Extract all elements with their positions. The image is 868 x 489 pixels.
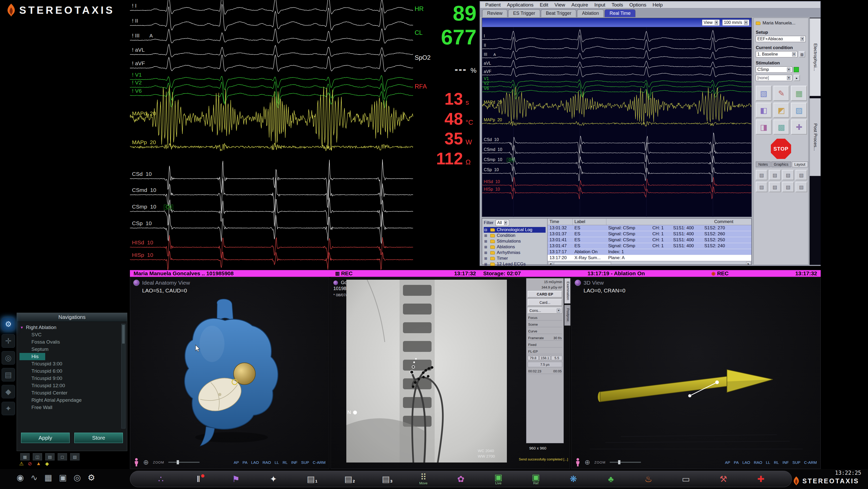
chevron-down-icon[interactable]: ▾ <box>504 221 508 225</box>
nav-root-item[interactable]: ▼Right Ablation <box>20 324 119 331</box>
snapshot-icon[interactable]: ✦ <box>266 475 280 483</box>
side-tab-notes[interactable]: Notes <box>756 162 771 167</box>
orient-pa[interactable]: PA <box>243 460 248 465</box>
xray-vtab-examination[interactable]: Examination <box>564 278 570 303</box>
patient-icon[interactable]: ∴ <box>154 475 168 483</box>
settings-icon[interactable]: ⚙ <box>88 472 95 483</box>
side-tool-7[interactable]: ◨ <box>756 120 772 134</box>
orient-carm[interactable]: C-ARM <box>313 460 326 465</box>
nav-quick-icon-2[interactable]: ◫ <box>33 453 42 460</box>
xray-card-button[interactable]: Card... <box>528 299 562 306</box>
log-row[interactable]: 13:01:47ESSignal: CSmpCH: 1S1S1: 400S1S2… <box>548 243 751 249</box>
condition-edit-button[interactable]: ▨ <box>799 51 805 57</box>
menu-help[interactable]: Help <box>650 2 666 8</box>
move-icon[interactable]: ⠿Move <box>416 473 431 485</box>
stimulation-start-button[interactable]: ▸ <box>794 75 800 81</box>
log-row[interactable]: 13:17:17Ablation OnIndex: 1 <box>548 249 751 255</box>
select-icon[interactable]: ✛ <box>2 334 15 348</box>
patient-body-icon[interactable] <box>134 458 139 467</box>
side-tool-3[interactable]: ▦ <box>791 86 807 101</box>
orient-inf[interactable]: INF <box>782 460 789 465</box>
scroll-right-icon[interactable]: ► <box>746 262 751 265</box>
condition-dropdown[interactable]: 1. Baseline▾ <box>756 51 797 57</box>
monitor-icon[interactable]: ▭ <box>679 475 693 483</box>
orient-pa[interactable]: PA <box>734 460 739 465</box>
tree-expander-icon[interactable]: ⊞ <box>484 245 489 249</box>
nav-item-fossa-ovalis[interactable]: Fossa Ovalis <box>20 338 119 346</box>
stimulation-dropdown[interactable]: CSmp▾ <box>756 66 792 73</box>
ref-icon[interactable]: ▣Ref <box>529 473 543 485</box>
nav-item-tricuspid-12-00[interactable]: Tricuspid 12:00 <box>20 382 119 389</box>
tree-expander-icon[interactable]: ⊞ <box>484 239 489 243</box>
sweep-speed-dropdown[interactable]: 100 mm/s▾ <box>722 20 749 26</box>
map-icon[interactable]: ♣ <box>604 475 618 483</box>
orient-carm[interactable]: C-ARM <box>804 460 817 465</box>
side-tool-5[interactable]: ◩ <box>773 103 789 118</box>
tree-expander-icon[interactable]: ⊞ <box>484 233 489 238</box>
log-tree-item[interactable]: ⊞Ablations <box>484 244 546 250</box>
camera-icon[interactable]: ◎ <box>73 472 81 483</box>
layers-icon[interactable]: ▤ <box>2 368 15 382</box>
log-tree-item[interactable]: ⊞Condition <box>484 233 546 238</box>
tree-expander-icon[interactable]: ⊞ <box>484 251 489 255</box>
stop-button[interactable]: STOP <box>771 139 791 159</box>
log-hscrollbar[interactable]: ◄ ► <box>548 261 751 264</box>
stimulation-aux-dropdown[interactable]: [none]▾ <box>756 75 792 81</box>
side-tab-graphics[interactable]: Graphics <box>771 162 791 167</box>
clip-2-icon[interactable]: ▤2 <box>341 475 355 483</box>
menu-options[interactable]: Options <box>626 2 649 8</box>
log-row[interactable]: 13:17:20X-Ray Sum...Plane: A <box>548 255 751 261</box>
tree-expander-icon[interactable]: ⊞ <box>484 262 489 266</box>
col-time[interactable]: Time <box>548 219 572 225</box>
side-mini-button-8[interactable]: ▤ <box>796 182 807 192</box>
orient-lao[interactable]: LAO <box>251 460 259 465</box>
nav-item-tricuspid-center[interactable]: Tricuspid Center <box>20 389 119 396</box>
navigation-icon[interactable]: ❋ <box>566 475 580 483</box>
orient-rao[interactable]: RAO <box>754 460 762 465</box>
chevron-down-icon[interactable]: ▾ <box>801 37 804 41</box>
fluoroscopy-image[interactable] <box>346 280 507 462</box>
chevron-down-icon[interactable]: ▾ <box>557 308 560 313</box>
nav-item-tricuspid-6-00[interactable]: Tricuspid 6:00 <box>20 367 119 375</box>
xray-vtab-postproc[interactable]: Postproc. <box>564 305 570 326</box>
xray-param-focus[interactable]: Focus <box>528 315 562 321</box>
filter-dropdown[interactable]: All▾ <box>496 220 509 226</box>
nav-item-tricuspid-9-00[interactable]: Tricuspid 9:00 <box>20 375 119 382</box>
nav-quick-icon-4[interactable]: ◻ <box>58 453 67 460</box>
side-tool-2[interactable]: ✎ <box>773 86 789 101</box>
nav-quick-icon-5[interactable]: ▧ <box>70 453 80 460</box>
log-tree-item[interactable]: ⊟Chronological Log <box>484 227 546 233</box>
patient-body-icon[interactable] <box>575 458 580 467</box>
orient-sup[interactable]: SUP <box>793 460 801 465</box>
side-tool-9[interactable]: ✚ <box>791 120 807 134</box>
emergency-icon[interactable]: ✚ <box>754 475 768 483</box>
displays-icon[interactable]: ▣ <box>59 472 67 483</box>
nav-quick-icon-1[interactable]: ▦ <box>20 453 30 460</box>
chevron-down-icon[interactable]: ▾ <box>787 76 790 80</box>
menu-input[interactable]: Input <box>591 2 609 8</box>
orient-inf[interactable]: INF <box>291 460 298 465</box>
side-mini-button-6[interactable]: ▤ <box>769 182 781 192</box>
ep-tab-ablation[interactable]: Ablation <box>577 9 604 17</box>
xray-param-curve[interactable]: Curve <box>528 329 562 334</box>
view-dropdown[interactable]: View▾ <box>702 20 720 26</box>
orient-rao[interactable]: RAO <box>262 460 271 465</box>
heart-model[interactable] <box>166 296 297 449</box>
zoom-slider[interactable] <box>610 462 641 463</box>
orient-sup[interactable]: SUP <box>301 460 309 465</box>
xray-param-scene[interactable]: Scene <box>528 322 562 327</box>
log-tree-item[interactable]: ⊞Stimulations <box>484 238 546 244</box>
log-tree-item[interactable]: ⊞12 Lead ECGs <box>484 261 546 267</box>
chevron-down-icon[interactable]: ▾ <box>744 21 748 24</box>
navigations-title[interactable]: Navigations <box>17 313 127 322</box>
chevron-down-icon[interactable]: ▾ <box>715 21 718 24</box>
log-tree-item[interactable]: ⊞Timer <box>484 256 546 261</box>
compass-icon[interactable]: ⊕ <box>143 458 149 466</box>
ep-tab-es-trigger[interactable]: ES Trigger <box>508 9 540 17</box>
nav-item-free-wall[interactable]: Free Wall <box>20 404 119 411</box>
log-tree-item[interactable]: ⊞Arrhythmias <box>484 250 546 256</box>
service-icon[interactable]: ⚒ <box>716 475 730 483</box>
nav-item-right-atrial-appendage[interactable]: Right Atrial Appendage <box>20 396 119 404</box>
zoom-slider[interactable] <box>168 462 199 463</box>
menu-acquire[interactable]: Acquire <box>568 2 591 8</box>
